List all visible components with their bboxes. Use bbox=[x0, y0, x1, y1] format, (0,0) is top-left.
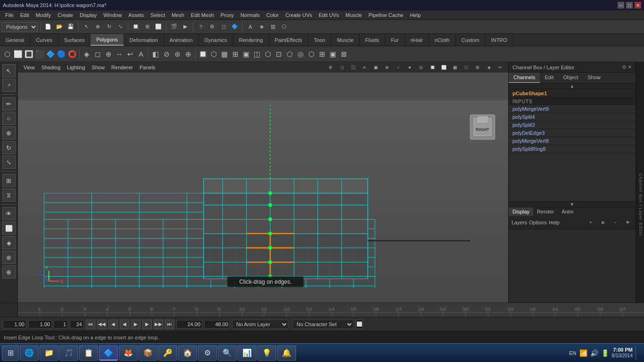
menu-createuvs[interactable]: Create UVs bbox=[282, 11, 315, 19]
shelf-icon-20[interactable]: ▦ bbox=[219, 49, 230, 59]
transport-last[interactable]: ⏭ bbox=[165, 320, 174, 329]
tb-icon-render2[interactable]: ▶ bbox=[180, 22, 190, 32]
menu-normals[interactable]: Normals bbox=[237, 11, 263, 19]
mode-dropdown[interactable]: Polygons bbox=[2, 22, 38, 32]
menu-muscle[interactable]: Muscle bbox=[342, 11, 365, 19]
transport-play[interactable]: ▶ bbox=[131, 320, 140, 329]
tb-icon-misc2[interactable]: ◻ bbox=[218, 22, 229, 32]
tb-icon-misc3[interactable]: 🔷 bbox=[230, 22, 240, 32]
vp-menu-shading[interactable]: Shading bbox=[39, 64, 63, 71]
rp-settings-icon[interactable]: ⚙ bbox=[622, 64, 627, 70]
vp-icon-12[interactable]: ▦ bbox=[450, 62, 460, 73]
vp-icon-10[interactable]: 🔲 bbox=[427, 62, 438, 73]
taskbar-app13[interactable]: 🔔 bbox=[277, 346, 296, 361]
tb-icon-snap3[interactable]: ⬜ bbox=[153, 22, 164, 32]
cb-item-6[interactable]: polySplitRing8 bbox=[509, 145, 636, 153]
shelf-icon-6[interactable]: 🔵 bbox=[56, 49, 66, 59]
tb-icon-select[interactable]: ↖ bbox=[81, 22, 91, 32]
menu-editmesh[interactable]: Edit Mesh bbox=[188, 11, 217, 19]
tab-polygons[interactable]: Polygons bbox=[91, 34, 124, 46]
taskbar-app10[interactable]: 🔍 bbox=[218, 346, 237, 361]
tab-animation[interactable]: Animation bbox=[164, 34, 199, 46]
layer-tab-display[interactable]: Display bbox=[509, 207, 533, 216]
tb-icon-scale[interactable]: ⤡ bbox=[115, 22, 125, 32]
range-start-input[interactable] bbox=[28, 320, 52, 329]
tb-icon-snap2[interactable]: ⊞ bbox=[142, 22, 152, 32]
taskbar-app8[interactable]: 🏠 bbox=[178, 346, 197, 361]
tb-icon-snap1[interactable]: 🔲 bbox=[131, 22, 141, 32]
menu-modify[interactable]: Modify bbox=[33, 11, 54, 19]
shelf-icon-8[interactable]: ◈ bbox=[82, 49, 92, 59]
shelf-icon-18[interactable]: 🔲 bbox=[198, 49, 208, 59]
vp-icon-8[interactable]: ● bbox=[405, 62, 415, 73]
channel-scroll-up[interactable]: ▲ bbox=[509, 83, 636, 89]
shelf-icon-5[interactable]: 🔷 bbox=[45, 49, 56, 59]
shelf-icon-12[interactable]: ↩ bbox=[125, 49, 135, 59]
menu-window[interactable]: Window bbox=[100, 11, 125, 19]
char-set-btn[interactable]: ⬜ bbox=[355, 320, 363, 329]
tool-lasso[interactable]: ○ bbox=[2, 112, 16, 125]
tb-icon-misc4[interactable]: ◈ bbox=[256, 22, 267, 32]
shelf-icon-3[interactable]: 🔳 bbox=[24, 49, 34, 59]
tray-show-desktop[interactable] bbox=[636, 346, 638, 360]
transport-play-back[interactable]: ◀ bbox=[120, 320, 129, 329]
tab-fur[interactable]: Fur bbox=[385, 34, 405, 46]
shelf-icon-26[interactable]: ⬠ bbox=[284, 49, 295, 59]
tb-icon-help[interactable]: ? bbox=[196, 22, 206, 32]
tab-intro[interactable]: INTRO bbox=[486, 34, 513, 46]
shelf-icon-31[interactable]: ⊠ bbox=[339, 49, 349, 59]
tab-deformation[interactable]: Deformation bbox=[124, 34, 164, 46]
shelf-icon-16[interactable]: ⊛ bbox=[172, 49, 182, 59]
tab-custom[interactable]: Custom bbox=[456, 34, 486, 46]
menu-pipeline[interactable]: Pipeline Cache bbox=[365, 11, 407, 19]
menu-help[interactable]: Help bbox=[407, 11, 424, 19]
vp-icon-1[interactable]: ⚙ bbox=[325, 62, 336, 73]
taskbar-firefox[interactable]: 🦊 bbox=[119, 346, 138, 361]
tab-rendering[interactable]: Rendering bbox=[233, 34, 269, 46]
taskbar-media[interactable]: 🎵 bbox=[59, 346, 78, 361]
vp-icon-11[interactable]: ⬜ bbox=[438, 62, 449, 73]
tool-misc1[interactable]: ◈ bbox=[2, 236, 16, 249]
layer-tab-render[interactable]: Render bbox=[533, 207, 558, 216]
taskbar-app6[interactable]: 📦 bbox=[139, 346, 157, 361]
vp-icon-5[interactable]: ▣ bbox=[371, 62, 381, 73]
vp-icon-16[interactable]: ✂ bbox=[495, 62, 505, 73]
shelf-icon-14[interactable]: ◧ bbox=[150, 49, 161, 59]
help-label[interactable]: Help bbox=[549, 220, 560, 225]
minimize-btn[interactable]: ─ bbox=[618, 2, 624, 8]
tb-icon-2[interactable]: 📂 bbox=[54, 22, 65, 32]
shelf-icon-27[interactable]: ◎ bbox=[295, 49, 305, 59]
tab-dynamics[interactable]: Dynamics bbox=[199, 34, 233, 46]
menu-create[interactable]: Create bbox=[54, 11, 76, 19]
menu-edituvs[interactable]: Edit UVs bbox=[315, 11, 342, 19]
tab-nhair[interactable]: nHair bbox=[405, 34, 429, 46]
shelf-icon-7[interactable]: ⭕ bbox=[67, 49, 77, 59]
current-time-input[interactable] bbox=[3, 320, 26, 329]
vp-icon-3[interactable]: ⬛ bbox=[348, 62, 358, 73]
taskbar-app12[interactable]: 💡 bbox=[257, 346, 276, 361]
char-set-select[interactable]: No Character Set bbox=[292, 320, 354, 329]
close-btn[interactable]: ✕ bbox=[635, 2, 641, 8]
tb-icon-3[interactable]: 💾 bbox=[66, 22, 76, 32]
tb-icon-rotate[interactable]: ↻ bbox=[104, 22, 114, 32]
transport-next-key[interactable]: ▶▶ bbox=[154, 320, 163, 329]
taskbar-ie[interactable]: 🌐 bbox=[20, 346, 39, 361]
shelf-icon-24[interactable]: ⬡ bbox=[263, 49, 273, 59]
tool-snap[interactable]: ⊞ bbox=[2, 174, 16, 187]
layer-copy-icon[interactable]: ⊕ bbox=[598, 217, 608, 228]
tool-misc2[interactable]: ⊛ bbox=[2, 251, 16, 264]
tab-general[interactable]: General bbox=[0, 34, 30, 46]
vp-menu-lighting[interactable]: Lighting bbox=[64, 64, 88, 71]
menu-display[interactable]: Display bbox=[76, 11, 100, 19]
vp-icon-13[interactable]: ⬡ bbox=[461, 62, 471, 73]
transport-prev[interactable]: ◀ bbox=[108, 320, 118, 329]
layer-del-icon[interactable]: − bbox=[610, 217, 620, 228]
tb-icon-misc1[interactable]: ⚙ bbox=[207, 22, 217, 32]
shelf-icon-28[interactable]: ⬡ bbox=[306, 49, 316, 59]
shelf-icon-29[interactable]: ⊞ bbox=[317, 49, 327, 59]
anim-layer-select[interactable]: No Anim Layer bbox=[232, 320, 289, 329]
menu-color[interactable]: Color bbox=[263, 11, 282, 19]
tb-icon-misc6[interactable]: ⬡ bbox=[279, 22, 289, 32]
layer-add-icon[interactable]: + bbox=[586, 217, 596, 228]
tb-icon-a[interactable]: A bbox=[245, 22, 256, 32]
